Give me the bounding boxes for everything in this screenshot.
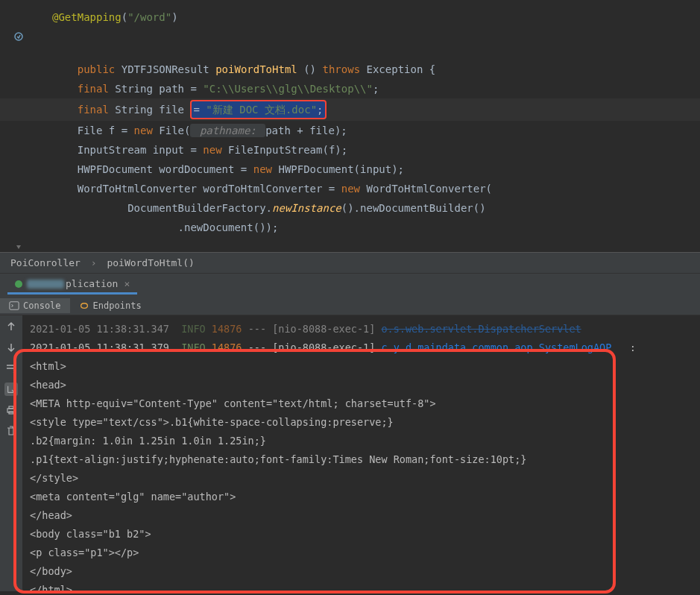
override-gutter-icon[interactable]: [13, 30, 24, 40]
run-tab-label: plication: [66, 278, 118, 289]
log-line: 2021-01-05 11:38:31.379 INFO 14876 --- […: [30, 339, 693, 357]
console-sub-tabs: Console Endpoints: [0, 296, 700, 315]
log-line: 2021-01-05 11:38:31.347 INFO 14876 --- […: [30, 320, 693, 339]
log-line: <html>: [30, 357, 693, 376]
log-line: </body>: [30, 562, 693, 581]
breadcrumb-item[interactable]: poiWordToHtml(): [107, 257, 194, 268]
log-line: </head>: [30, 506, 693, 525]
code-editor[interactable]: @GetMapping("/word") public YDTFJSONResu…: [0, 0, 700, 252]
log-line: <body class="b1 b2">: [30, 525, 693, 544]
log-line: </html>: [30, 581, 693, 591]
tab-console[interactable]: Console: [0, 298, 70, 313]
print-icon[interactable]: [4, 403, 18, 417]
highlighted-string-box: = "新建 DOC 文档.doc";: [190, 100, 326, 119]
arrow-up-icon[interactable]: [4, 320, 18, 333]
code-line: public YDTFJSONResult poiWordToHtml () t…: [0, 27, 700, 79]
code-line: .newDocument());: [0, 218, 700, 237]
run-status-dot: [15, 280, 22, 288]
svg-rect-1: [10, 301, 19, 309]
code-line: HWPFDocument wordDocument = new HWPFDocu…: [0, 160, 700, 179]
tab-label: Endpoints: [93, 300, 142, 311]
code-line: DocumentBuilderFactory.newInstance().new…: [0, 198, 700, 218]
log-line: <style type="text/css">.b1{white-space-c…: [30, 413, 693, 432]
log-line: .p1{text-align:justify;hyphenate:auto;fo…: [30, 450, 693, 469]
code-line: @GetMapping("/word"): [0, 7, 700, 27]
code-line: InputStream input = new FileInputStream(…: [0, 140, 700, 160]
code-line: wordToHtmlConverter.setPicturesManager(n…: [0, 237, 700, 252]
breadcrumb[interactable]: PoiConroller › poiWordToHtml(): [0, 252, 700, 274]
breadcrumb-separator: ›: [91, 257, 97, 268]
log-line: <head>: [30, 376, 693, 394]
fold-gutter-icon[interactable]: [13, 240, 24, 251]
breadcrumb-item[interactable]: PoiConroller: [10, 257, 81, 268]
trash-icon[interactable]: [4, 424, 18, 438]
code-line-highlighted: final String file = "新建 DOC 文档.doc";: [0, 98, 700, 121]
code-line: File f = new File( pathname: path + file…: [0, 121, 700, 140]
close-icon[interactable]: ×: [124, 278, 130, 289]
run-tool-tabs: plication ×: [0, 274, 700, 296]
scroll-end-icon[interactable]: [4, 382, 18, 396]
console-panel: 2021-01-05 11:38:31.347 INFO 14876 --- […: [0, 315, 700, 591]
svg-point-0: [15, 33, 22, 40]
tab-endpoints[interactable]: Endpoints: [70, 298, 151, 313]
log-line: <meta content="glg" name="author">: [30, 488, 693, 506]
arrow-down-icon[interactable]: [4, 341, 18, 354]
log-line: </style>: [30, 469, 693, 488]
console-toolbar: [0, 315, 22, 591]
svg-rect-3: [9, 406, 13, 409]
endpoints-icon: [79, 300, 89, 311]
tab-label: Console: [23, 300, 61, 311]
blurred-text: [27, 280, 64, 289]
soft-wrap-icon[interactable]: [4, 362, 18, 375]
log-line: <META http-equiv="Content-Type" content=…: [30, 394, 693, 413]
log-line: .b2{margin: 1.0in 1.25in 1.0in 1.25in;}: [30, 432, 693, 450]
code-line: WordToHtmlConverter wordToHtmlConverter …: [0, 179, 700, 198]
console-icon: [9, 300, 19, 311]
console-output[interactable]: 2021-01-05 11:38:31.347 INFO 14876 --- […: [22, 315, 700, 591]
run-config-tab[interactable]: plication ×: [7, 275, 137, 295]
code-line: final String path = "C:\\Users\\glg\\Des…: [0, 79, 700, 98]
log-line: <p class="p1"></p>: [30, 544, 693, 562]
